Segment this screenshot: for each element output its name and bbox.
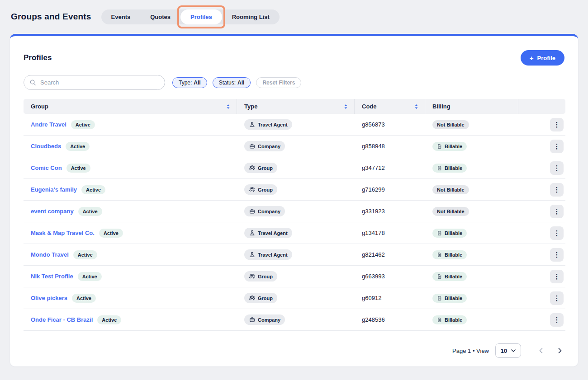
tab-events[interactable]: Events — [101, 9, 141, 24]
tab-profiles[interactable]: Profiles — [180, 9, 222, 24]
type-badge: Company — [244, 206, 285, 216]
group-link[interactable]: Eugenia's family — [31, 186, 77, 193]
group-link[interactable]: Onde Ficar - CB Brazil — [31, 316, 93, 323]
type-label: Group — [258, 296, 273, 301]
billing-badge: Not Billable — [432, 207, 469, 216]
code-text: g858948 — [362, 143, 385, 150]
tab-quotes[interactable]: Quotes — [140, 9, 180, 24]
column-label: Code — [362, 103, 377, 110]
row-actions-button[interactable]: ⋮ — [550, 161, 564, 175]
group-link[interactable]: Andre Travel — [31, 121, 66, 128]
kebab-icon: ⋮ — [554, 230, 560, 236]
status-badge: Active — [73, 250, 97, 259]
group-cell: Comic Con Active — [24, 164, 237, 173]
table-row: Comic Con Active Group g347712 Billable … — [24, 157, 565, 179]
actions-cell: ⋮ — [518, 118, 565, 131]
group-link[interactable]: event company — [31, 208, 74, 215]
travel-agent-icon — [249, 121, 256, 128]
billing-label: Billable — [445, 252, 462, 258]
page-size-select[interactable]: 10 — [495, 343, 521, 358]
group-link[interactable]: Mondo Travel — [31, 251, 69, 258]
row-actions-button[interactable]: ⋮ — [550, 248, 564, 262]
type-badge: Group — [244, 163, 277, 173]
row-actions-button[interactable]: ⋮ — [550, 205, 564, 218]
status-badge: Active — [78, 272, 102, 281]
code-text: g663993 — [362, 273, 385, 280]
filter-type-button[interactable]: Type: All — [172, 77, 207, 88]
panel-title: Profiles — [24, 53, 52, 62]
group-link[interactable]: Comic Con — [31, 164, 62, 171]
kebab-icon: ⋮ — [554, 251, 560, 258]
billing-cell: Billable — [425, 142, 518, 151]
company-icon — [249, 316, 256, 323]
column-header-type[interactable]: Type — [237, 99, 355, 114]
column-header-group[interactable]: Group — [24, 99, 237, 114]
sort-arrows-icon[interactable] — [414, 104, 418, 109]
type-cell: Travel Agent — [237, 119, 355, 130]
row-actions-button[interactable]: ⋮ — [550, 118, 564, 131]
table-row: Mondo Travel Active Travel Agent g821462… — [24, 244, 565, 266]
filter-status-button[interactable]: Status: All — [213, 77, 251, 88]
group-link[interactable]: Cloudbeds — [31, 143, 61, 150]
billing-label: Billable — [445, 230, 462, 236]
table-controls: Type: All Status: All Reset Filters — [24, 75, 564, 90]
prev-page-button[interactable] — [536, 345, 546, 356]
add-profile-button[interactable]: + Profile — [521, 50, 564, 66]
row-actions-button[interactable]: ⋮ — [550, 270, 564, 283]
type-badge: Travel Agent — [244, 249, 292, 260]
kebab-icon: ⋮ — [554, 143, 560, 150]
type-label: Group — [258, 165, 273, 171]
billing-cell: Billable — [425, 164, 518, 173]
group-cell: Olive pickers Active — [24, 294, 237, 303]
group-link[interactable]: Nik Test Profile — [31, 273, 73, 280]
group-icon — [249, 273, 256, 280]
pagination: Page 1 • View 10 — [24, 343, 565, 358]
actions-cell: ⋮ — [518, 205, 565, 218]
row-actions-button[interactable]: ⋮ — [550, 140, 564, 153]
code-cell: g858948 — [355, 143, 425, 150]
filter-status-label: Status: — [219, 80, 236, 86]
row-actions-button[interactable]: ⋮ — [550, 291, 564, 305]
table-header: GroupTypeCodeBilling — [24, 99, 565, 114]
type-cell: Group — [237, 163, 355, 173]
column-header-billing: Billing — [425, 99, 518, 114]
row-actions-button[interactable]: ⋮ — [550, 226, 564, 240]
add-profile-label: Profile — [537, 55, 555, 61]
type-label: Group — [258, 187, 273, 192]
code-text: g60912 — [362, 295, 381, 301]
billing-badge: Billable — [432, 315, 467, 324]
actions-cell: ⋮ — [518, 313, 565, 327]
kebab-icon: ⋮ — [554, 121, 560, 128]
type-cell: Company — [237, 141, 355, 151]
billing-cell: Billable — [425, 272, 518, 281]
group-cell: Onde Ficar - CB Brazil Active — [24, 315, 237, 324]
search-input[interactable] — [24, 75, 165, 90]
sort-arrows-icon[interactable] — [344, 104, 348, 109]
row-actions-button[interactable]: ⋮ — [550, 313, 564, 327]
tab-rooming-list[interactable]: Rooming List — [222, 9, 280, 24]
group-link[interactable]: Mask & Map Travel Co. — [31, 230, 95, 236]
billing-label: Billable — [445, 274, 462, 279]
travel-agent-icon — [249, 251, 256, 258]
plus-icon: + — [530, 55, 534, 61]
group-cell: Mondo Travel Active — [24, 250, 237, 259]
reset-filters-button[interactable]: Reset Filters — [256, 77, 301, 88]
type-badge: Group — [244, 271, 277, 281]
billing-label: Not Billable — [437, 187, 465, 192]
tab-label: Rooming List — [232, 14, 270, 20]
row-actions-button[interactable]: ⋮ — [550, 183, 564, 197]
actions-cell: ⋮ — [518, 248, 565, 262]
column-header-code[interactable]: Code — [355, 99, 425, 114]
type-cell: Company — [237, 314, 355, 325]
kebab-icon: ⋮ — [554, 273, 560, 280]
code-cell: g347712 — [355, 164, 425, 171]
company-icon — [249, 143, 256, 150]
billing-cell: Not Billable — [425, 185, 518, 194]
code-cell: g663993 — [355, 273, 425, 280]
group-link[interactable]: Olive pickers — [31, 295, 67, 301]
sort-arrows-icon[interactable] — [226, 104, 230, 109]
next-page-button[interactable] — [555, 345, 565, 356]
column-header-actions — [518, 99, 565, 114]
invoice-icon — [437, 144, 442, 149]
code-cell: g331923 — [355, 208, 425, 215]
